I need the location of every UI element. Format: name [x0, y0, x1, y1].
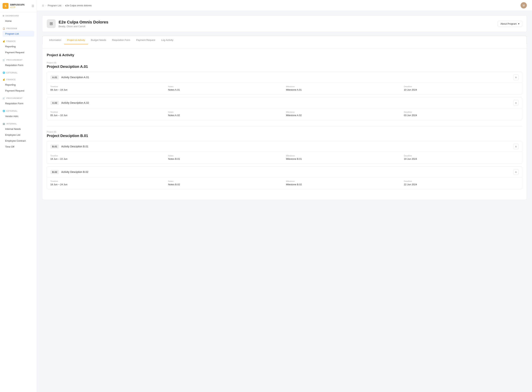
activity-a01-header: A.01 Activity Description A.01 ∧ [47, 72, 522, 83]
activity-b02-detail: Timeline 18 Jun – 24 Jun Notes Notes B.0… [47, 177, 522, 189]
ext-finance-icon: 💰 [3, 78, 5, 81]
activity-a01-deadline: 10 Jun 2024 [404, 88, 519, 91]
about-program-button[interactable]: About Program ▾ [498, 21, 522, 27]
tab-payment-request[interactable]: Payment Request [133, 36, 158, 44]
sidebar-section-dashboard: ⊞ DASHBOARD Home [0, 12, 37, 25]
about-program-label: About Program [501, 22, 517, 25]
chevron-down-icon: ▾ [518, 22, 519, 25]
tab-budget-needs[interactable]: Budget Needs [88, 36, 109, 44]
activity-a02-deadline-col: Deadline 03 Jun 2024 [404, 111, 519, 117]
header: ⌂ › Program List › e2e Culpa omnis dolor… [37, 0, 532, 11]
activity-card-b01: B.01 Activity Desciption B.01 ∧ Timeline… [47, 141, 522, 164]
finance-section-label: FINANCE [6, 40, 16, 42]
sidebar-item-internal-needs[interactable]: Internal Needs [3, 126, 34, 132]
ext2-label: EXTERNAL [6, 110, 18, 112]
internal-section-label: INTERNAL [6, 123, 17, 125]
tab-information[interactable]: Information [46, 36, 64, 44]
sidebar-section-ext-finance: 💰 FINANCE Reporting Payment Request [0, 76, 37, 94]
activity-b02-collapse-button[interactable]: ∧ [513, 169, 519, 175]
user-avatar[interactable]: U [521, 2, 527, 9]
activity-a01-detail: Timeline 08 Jun – 19 Jun Notes Notes A.0… [47, 83, 522, 94]
activity-a02-grid: Timeline 05 Jun – 10 Jun Notes Notes A.0… [50, 108, 519, 117]
sidebar-section-ext-procurement: 🛒 PROCUREMENT Requisition Form [0, 94, 37, 107]
activity-b02-header: B.02 Activity Desciption B.02 ∧ [47, 167, 522, 177]
activity-b02-deadline-col: Deadline 22 Jun 2024 [404, 180, 519, 186]
sidebar-item-program-list[interactable]: Program List [3, 31, 34, 37]
tab-requisition-form[interactable]: Requisition Form [109, 36, 133, 44]
activity-b01-collapse-button[interactable]: ∧ [513, 144, 519, 149]
program-info: ⊞ E2e Culpa Omnis Dolores Beatty, Olson … [47, 19, 108, 28]
tab-log-activity[interactable]: Log Activity [158, 36, 176, 44]
activity-b02-milestone-col: Milestone Milestone B.02 [286, 180, 401, 186]
finance-section-icon: 💰 [3, 40, 5, 42]
activity-a02-notes: Notes A.02 [168, 114, 283, 117]
sidebar-item-finance-reporting[interactable]: Reporting [3, 44, 34, 49]
activity-b01-milestone-col: Milestone Milestone B.01 [286, 154, 401, 160]
sidebar-item-vendor-adm[interactable]: Vendor Adm [3, 113, 34, 119]
activity-a02-header: A.02 Activity Description A.02 ∧ [47, 98, 522, 108]
sidebar-logo: S SIMPUSKAPA v1.2.9 ☰ [0, 0, 37, 12]
activity-a02-timeline-col: Timeline 05 Jun – 10 Jun [50, 111, 165, 117]
hamburger-button[interactable]: ☰ [32, 4, 34, 8]
home-icon[interactable]: ⌂ [42, 4, 44, 7]
activity-a01-timeline: 08 Jun – 19 Jun [50, 88, 165, 91]
activity-b02-deadline: 22 Jun 2024 [404, 183, 519, 186]
activity-card-b02: B.02 Activity Desciption B.02 ∧ Timeline… [47, 166, 522, 189]
project-b-label: Project (B) [47, 131, 522, 133]
breadcrumb-current: e2e Culpa omnis dolores [65, 4, 92, 7]
activity-a01-milestone: Milestone A.01 [286, 88, 401, 91]
activity-b01-notes-col: Notes Notes B.01 [168, 154, 283, 160]
ext-procurement-label: PROCUREMENT [6, 97, 23, 99]
sidebar-item-home[interactable]: Home [3, 18, 34, 24]
sidebar-item-finance-payment[interactable]: Payment Request [3, 50, 34, 55]
activity-a02-id: A.02 [50, 101, 59, 105]
activity-b02-timeline: 18 Jun – 24 Jun [50, 183, 165, 186]
activity-a02-milestone: Milestone A.02 [286, 114, 401, 117]
deadline-label: Deadline [404, 85, 519, 88]
activity-b02-grid: Timeline 18 Jun – 24 Jun Notes Notes B.0… [50, 177, 519, 186]
tab-bar: Information Project & Activity Budget Ne… [42, 36, 527, 44]
page-section: Project & Activity Project (A) Project D… [42, 49, 527, 200]
activity-b02-timeline-col: Timeline 18 Jun – 24 Jun [50, 180, 165, 186]
activity-b02-title: Activity Desciption B.02 [61, 170, 88, 173]
activity-a02-collapse-button[interactable]: ∧ [513, 100, 519, 106]
sidebar-item-ext-payment[interactable]: Payment Request [3, 88, 34, 93]
timeline-label: Timeline [50, 85, 165, 88]
milestone-label: Milestone [286, 85, 401, 88]
sidebar-item-ext-requisition[interactable]: Requisition Form [3, 101, 34, 106]
sidebar-item-ext-reporting[interactable]: Reporting [3, 82, 34, 88]
logo-icon: S [3, 3, 9, 9]
sidebar-item-employee-contract[interactable]: Employee Contract [3, 138, 34, 144]
activity-a01-deadline-col: Deadline 10 Jun 2024 [404, 85, 519, 91]
ext2-icon: 🌐 [3, 110, 5, 112]
breadcrumb: ⌂ › Program List › e2e Culpa omnis dolor… [42, 4, 92, 7]
dashboard-section-label: DASHBOARD [5, 15, 19, 17]
activity-a01-id: A.01 [50, 75, 59, 79]
activity-card-a02: A.02 Activity Description A.02 ∧ Timelin… [47, 97, 522, 120]
breadcrumb-program-list[interactable]: Program List [48, 4, 61, 7]
activity-b01-title: Activity Desciption B.01 [61, 145, 88, 148]
activity-a02-detail: Timeline 05 Jun – 10 Jun Notes Notes A.0… [47, 108, 522, 120]
activity-a02-deadline: 03 Jun 2024 [404, 114, 519, 117]
project-a-label: Project (A) [47, 61, 522, 64]
sidebar: S SIMPUSKAPA v1.2.9 ☰ ⊞ DASHBOARD Home 📋… [0, 0, 37, 392]
tab-project-activity[interactable]: Project & Activity [64, 36, 88, 44]
sidebar-section-ext2: 🌐 EXTERNAL Vendor Adm [0, 107, 37, 120]
activity-b01-header: B.01 Activity Desciption B.01 ∧ [47, 141, 522, 152]
activity-a01-timeline-col: Timeline 08 Jun – 19 Jun [50, 85, 165, 91]
activity-a01-collapse-button[interactable]: ∧ [513, 75, 519, 80]
sidebar-item-procurement-requisition[interactable]: Requisition Form [3, 62, 34, 68]
activity-b01-timeline: 18 Jun – 22 Jun [50, 158, 165, 160]
page-title: Project & Activity [47, 53, 522, 57]
activity-b02-milestone: Milestone B.02 [286, 183, 401, 186]
project-b-name: Project Desciption B.01 [47, 134, 522, 138]
activity-a02-title: Activity Description A.02 [61, 101, 89, 104]
activity-b02-id: B.02 [50, 170, 59, 174]
project-block-a: Project (A) Project Desciption A.01 A.01… [47, 61, 522, 120]
activity-b01-deadline: 19 Jun 2024 [404, 158, 519, 160]
sidebar-item-employee-list[interactable]: Employee List [3, 132, 34, 138]
sidebar-item-time-off[interactable]: Time Off [3, 144, 34, 149]
activity-a01-notes-col: Notes Notes A.01 [168, 85, 283, 91]
activity-a01-milestone-col: Milestone Milestone A.01 [286, 85, 401, 91]
app-version: v1.2.9 [10, 6, 25, 8]
